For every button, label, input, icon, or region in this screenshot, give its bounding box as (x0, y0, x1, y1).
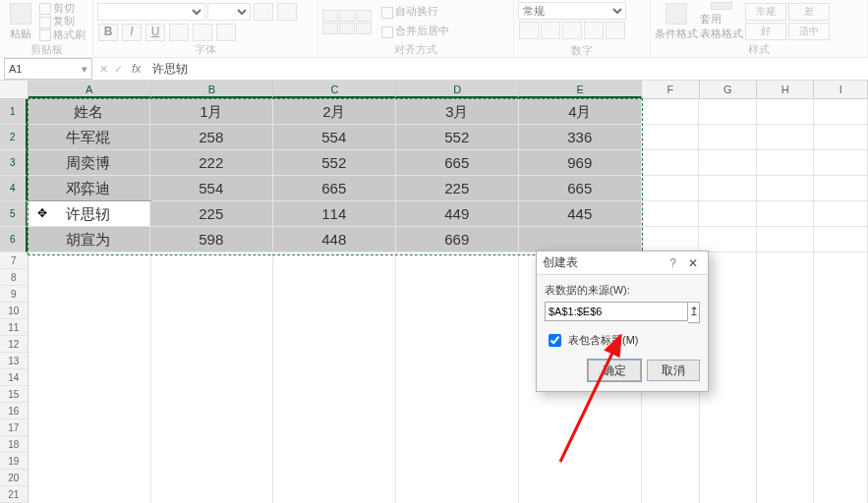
cell[interactable] (151, 386, 274, 404)
format-as-table-button[interactable]: 套用 表格格式 (700, 2, 743, 41)
cell[interactable] (273, 286, 396, 304)
cell[interactable] (396, 436, 519, 454)
cell[interactable] (29, 353, 151, 370)
style-normal[interactable]: 常规 (745, 3, 786, 21)
decrease-font-button[interactable] (277, 3, 297, 21)
cell[interactable] (151, 319, 274, 337)
row-header-20[interactable]: 20 (0, 470, 29, 486)
cell[interactable]: 胡宣为 (28, 227, 150, 252)
cell[interactable]: 598 (150, 227, 273, 252)
bold-button[interactable]: B (98, 24, 118, 41)
col-header-f[interactable]: F (642, 81, 699, 98)
cell[interactable] (151, 286, 274, 304)
cell[interactable] (273, 453, 396, 471)
col-header-b[interactable]: B (151, 81, 274, 98)
cell[interactable] (814, 436, 868, 454)
cut-button[interactable]: 剪切 (39, 2, 86, 15)
cell[interactable] (519, 419, 642, 437)
cell[interactable] (151, 453, 274, 471)
close-icon[interactable]: ✕ (684, 256, 702, 270)
cell[interactable] (814, 252, 868, 270)
cell[interactable] (273, 303, 396, 320)
cell[interactable] (151, 436, 274, 454)
row-header-14[interactable]: 14 (0, 369, 29, 386)
currency-button[interactable] (519, 22, 539, 39)
inc-decimal-button[interactable] (584, 22, 604, 39)
cell[interactable]: 449 (396, 201, 519, 227)
number-format-select[interactable]: 常规 (518, 2, 626, 20)
format-painter-button[interactable]: 格式刷 (39, 28, 86, 41)
cell[interactable] (814, 201, 868, 227)
cell[interactable] (396, 286, 519, 304)
border-button[interactable] (169, 24, 189, 41)
cell[interactable] (273, 353, 396, 370)
cell[interactable] (700, 419, 757, 437)
cell[interactable]: 姓名 (28, 99, 150, 125)
cell[interactable] (814, 453, 868, 471)
row-header-5[interactable]: 5 (0, 201, 28, 227)
cell[interactable]: 周奕博 (28, 150, 150, 176)
italic-button[interactable]: I (122, 24, 142, 41)
cell[interactable] (29, 436, 151, 454)
cell[interactable] (757, 386, 814, 404)
range-picker-icon[interactable]: ↥ (688, 302, 700, 323)
cell[interactable] (396, 470, 519, 487)
cell[interactable] (29, 453, 151, 471)
cell[interactable]: 969 (519, 150, 642, 176)
cell[interactable] (29, 336, 151, 354)
cell[interactable] (699, 99, 757, 125)
row-11[interactable]: 11 (0, 319, 868, 336)
row-header-21[interactable]: 21 (0, 486, 29, 503)
accept-formula-icon[interactable]: ✓ (114, 63, 123, 76)
cell[interactable] (699, 125, 757, 150)
cell[interactable]: 1月 (150, 99, 273, 125)
cell[interactable] (396, 369, 519, 387)
style-bad[interactable]: 差 (788, 3, 830, 21)
row-header-6[interactable]: 6 (0, 227, 28, 252)
increase-font-button[interactable] (254, 3, 273, 21)
cell[interactable] (757, 201, 815, 227)
cell[interactable] (396, 252, 519, 270)
cell[interactable] (151, 470, 274, 487)
cell[interactable]: 448 (273, 227, 396, 252)
col-header-e[interactable]: E (519, 81, 642, 98)
cell[interactable] (757, 436, 814, 454)
cell[interactable] (642, 99, 700, 125)
cell[interactable] (29, 486, 151, 503)
merge-center-button[interactable]: 合并后居中 (381, 25, 449, 37)
cell[interactable] (273, 369, 396, 387)
cell[interactable] (29, 319, 151, 337)
cell[interactable] (519, 436, 642, 454)
col-header-c[interactable]: C (273, 81, 396, 98)
row-header-9[interactable]: 9 (0, 286, 29, 303)
row-header-15[interactable]: 15 (0, 386, 29, 403)
cell[interactable] (29, 303, 151, 320)
cell[interactable]: 2月 (273, 99, 396, 125)
row-18[interactable]: 18 (0, 436, 868, 453)
range-input[interactable] (545, 302, 688, 321)
cell[interactable] (519, 227, 642, 252)
cell[interactable] (29, 419, 151, 437)
cell[interactable] (814, 319, 868, 337)
cell[interactable] (757, 486, 814, 503)
cell[interactable] (151, 486, 274, 503)
cell[interactable] (273, 269, 396, 287)
row-header-1[interactable]: 1 (0, 99, 28, 125)
cell[interactable] (757, 286, 814, 304)
cell[interactable] (29, 269, 151, 287)
row-header-16[interactable]: 16 (0, 403, 29, 419)
cell[interactable] (699, 150, 757, 176)
cell[interactable]: 552 (273, 150, 396, 176)
cell[interactable] (757, 269, 814, 287)
cell[interactable] (699, 176, 757, 201)
cell[interactable]: 邓弈迪 (28, 176, 150, 201)
cell[interactable] (814, 336, 868, 354)
cell[interactable]: 554 (273, 125, 396, 150)
row-header-8[interactable]: 8 (0, 269, 29, 286)
style-good[interactable]: 好 (745, 23, 786, 40)
cell[interactable] (29, 369, 151, 387)
row-header-17[interactable]: 17 (0, 419, 29, 436)
cell[interactable]: 665 (396, 150, 519, 176)
row-header-7[interactable]: 7 (0, 252, 29, 269)
cell[interactable] (642, 470, 699, 487)
